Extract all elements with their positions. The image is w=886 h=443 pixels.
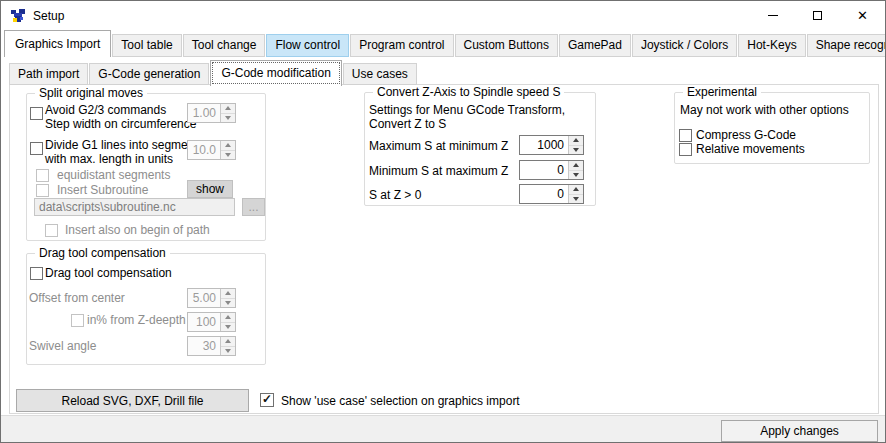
close-icon: ✕: [857, 9, 868, 22]
title-bar[interactable]: Setup ✕: [1, 1, 885, 30]
compress-gcode-label: Compress G-Code: [696, 128, 796, 142]
split-original-moves-group: Split original moves Avoid G2/3 commands…: [26, 93, 266, 241]
spin-down-icon[interactable]: [221, 150, 235, 160]
tab-path-import[interactable]: Path import: [9, 63, 88, 85]
tab-custom-buttons[interactable]: Custom Buttons: [455, 34, 558, 57]
drag-tool-compensation-checkbox[interactable]: [30, 267, 43, 280]
group-title: Experimental: [683, 85, 761, 99]
spin-up-icon[interactable]: [221, 104, 235, 113]
tab-gamepad[interactable]: GamePad: [559, 34, 631, 57]
experimental-description: May not work with other options: [680, 103, 849, 117]
percent-spinner[interactable]: 100: [187, 312, 236, 332]
spin-down-icon[interactable]: [221, 322, 235, 332]
avoid-g23-checkbox[interactable]: [30, 107, 43, 120]
apply-changes-button[interactable]: Apply changes: [721, 420, 878, 442]
relative-movements-checkbox[interactable]: [679, 143, 692, 156]
divide-g1-label: Divide G1 lines into segments with max. …: [45, 138, 204, 166]
maximize-button[interactable]: [795, 1, 840, 30]
maximize-icon: [813, 11, 822, 20]
drag-tool-compensation-label: Drag tool compensation: [45, 266, 172, 280]
s-at-z-label: S at Z > 0: [369, 188, 421, 202]
divide-g1-checkbox[interactable]: [30, 142, 43, 155]
sub-tab-bar: Path import G-Code generation G-Code mod…: [9, 61, 418, 85]
swivel-angle-spinner[interactable]: 30: [187, 336, 236, 356]
drag-tool-compensation-group: Drag tool compensation Drag tool compens…: [26, 253, 266, 365]
tab-hot-keys[interactable]: Hot-Keys: [738, 34, 805, 57]
minimize-icon: [768, 15, 778, 16]
equidistant-segments-label: equidistant segments: [57, 168, 170, 182]
offset-from-center-label: Offset from center: [29, 291, 125, 305]
relative-movements-label: Relative movements: [696, 142, 805, 156]
show-subroutine-button[interactable]: show: [187, 180, 233, 198]
tab-joystick-colors[interactable]: Joystick / Colors: [632, 34, 737, 57]
browse-subroutine-button[interactable]: ...: [242, 198, 265, 216]
max-length-spinner[interactable]: 10.0: [187, 140, 236, 160]
group-title: Drag tool compensation: [35, 246, 170, 260]
insert-begin-checkbox[interactable]: [45, 224, 58, 237]
equidistant-segments-checkbox[interactable]: [36, 169, 49, 182]
insert-subroutine-label: Insert Subroutine: [57, 183, 148, 197]
tab-graphics-import[interactable]: Graphics Import: [4, 30, 111, 57]
tab-flow-control[interactable]: Flow control: [266, 34, 349, 57]
spin-down-icon[interactable]: [221, 298, 235, 308]
compress-gcode-checkbox[interactable]: [679, 129, 692, 142]
app-icon: [10, 8, 26, 24]
minimize-button[interactable]: [750, 1, 795, 30]
percent-z-depth-label: in% from Z-deepth: [87, 313, 186, 327]
show-use-case-label: Show 'use case' selection on graphics im…: [281, 394, 520, 408]
tab-program-control[interactable]: Program control: [350, 34, 453, 57]
spin-down-icon[interactable]: [569, 170, 583, 180]
spin-up-icon[interactable]: [221, 289, 235, 298]
close-button[interactable]: ✕: [840, 1, 885, 30]
spin-up-icon[interactable]: [221, 313, 235, 322]
avoid-g23-label: Avoid G2/3 commands Step width on circum…: [45, 103, 196, 131]
min-s-spinner[interactable]: 0: [519, 160, 584, 180]
convert-description: Settings for Menu GCode Transform, Conve…: [369, 103, 591, 131]
max-s-label: Maximum S at minimum Z: [369, 139, 508, 153]
convert-z-axis-group: Convert Z-Axis to Spindle speed S Settin…: [364, 92, 596, 206]
s-at-z-spinner[interactable]: 0: [519, 184, 584, 204]
max-s-spinner[interactable]: 1000: [519, 135, 584, 155]
min-s-label: Minimum S at maximum Z: [369, 164, 508, 178]
tab-tool-change[interactable]: Tool change: [183, 34, 266, 57]
spin-up-icon[interactable]: [569, 136, 583, 145]
show-use-case-checkbox[interactable]: ✓: [260, 393, 274, 407]
reload-file-button[interactable]: Reload SVG, DXF, Drill file: [16, 389, 249, 412]
spin-up-icon[interactable]: [221, 337, 235, 346]
step-width-spinner[interactable]: 1.00: [187, 103, 236, 123]
offset-spinner[interactable]: 5.00: [187, 288, 236, 308]
experimental-group: Experimental May not work with other opt…: [674, 92, 870, 164]
spin-down-icon[interactable]: [221, 346, 235, 356]
window-title: Setup: [33, 9, 64, 23]
spin-down-icon[interactable]: [569, 145, 583, 155]
spin-up-icon[interactable]: [569, 185, 583, 194]
percent-z-depth-checkbox[interactable]: [71, 314, 84, 327]
setup-window: Setup ✕ Graphics Import Tool table Tool …: [0, 0, 886, 443]
tab-gcode-generation[interactable]: G-Code generation: [89, 63, 209, 85]
tab-gcode-modification[interactable]: G-Code modification: [210, 60, 341, 86]
spin-down-icon[interactable]: [569, 194, 583, 204]
tab-shape-recognition[interactable]: Shape recognition: [807, 34, 886, 57]
subroutine-path-field[interactable]: data\scripts\subroutine.nc: [34, 198, 235, 216]
group-title: Split original moves: [35, 86, 147, 100]
tab-use-cases[interactable]: Use cases: [343, 63, 417, 85]
insert-begin-label: Insert also on begin of path: [65, 223, 210, 237]
group-title: Convert Z-Axis to Spindle speed S: [373, 85, 564, 99]
main-tab-bar: Graphics Import Tool table Tool change F…: [4, 32, 886, 57]
insert-subroutine-checkbox[interactable]: [36, 184, 49, 197]
spin-up-icon[interactable]: [221, 141, 235, 150]
spin-up-icon[interactable]: [569, 161, 583, 170]
spin-down-icon[interactable]: [221, 113, 235, 123]
swivel-angle-label: Swivel angle: [29, 339, 96, 353]
tab-tool-table[interactable]: Tool table: [112, 34, 181, 57]
check-icon: ✓: [262, 393, 272, 405]
